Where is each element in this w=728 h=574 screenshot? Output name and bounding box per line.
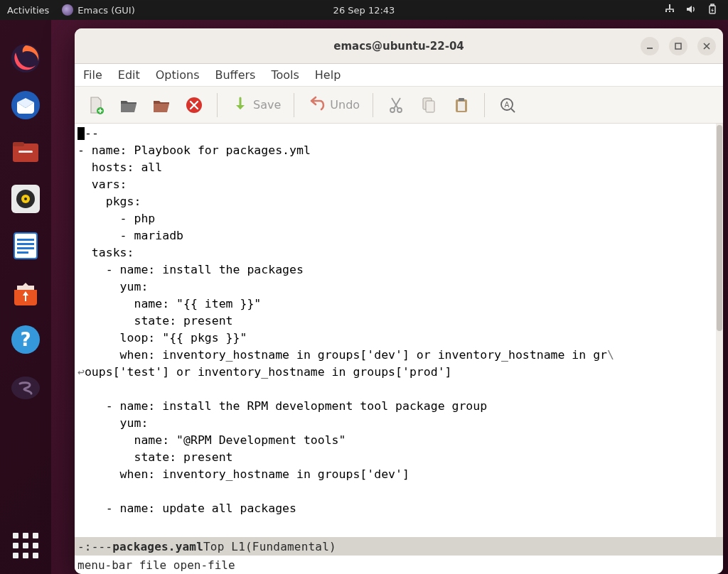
svg-rect-11 — [18, 151, 33, 153]
svg-text:?: ? — [20, 329, 31, 350]
menu-options[interactable]: Options — [156, 68, 200, 82]
menu-edit[interactable]: Edit — [118, 68, 140, 82]
tool-open-folder[interactable] — [114, 92, 143, 118]
svg-rect-0 — [669, 4, 670, 6]
modeline-mode: (Fundamental) — [245, 540, 336, 553]
dock-files[interactable] — [7, 134, 44, 170]
window-titlebar[interactable]: emacs@ubuntu-22-04 — [75, 28, 723, 64]
toolbar-separator — [484, 93, 485, 117]
dock-software[interactable] — [7, 274, 44, 311]
dock-libreoffice-writer[interactable] — [7, 227, 44, 264]
svg-rect-20 — [17, 251, 28, 254]
tool-undo[interactable]: Undo — [303, 92, 364, 118]
appmenu-label: Emacs (GUI) — [77, 5, 134, 16]
emacs-minibuffer[interactable]: menu-bar file open-file — [75, 556, 723, 574]
menu-buffers[interactable]: Buffers — [215, 68, 256, 82]
svg-rect-10 — [13, 142, 24, 146]
svg-rect-6 — [711, 4, 714, 6]
menu-help[interactable]: Help — [315, 68, 341, 82]
ubuntu-dock: ? — [0, 20, 51, 574]
buffer-text[interactable]: -- - name: Playbook for packages.yml hos… — [75, 124, 716, 537]
activities-button[interactable]: Activities — [7, 5, 49, 16]
menu-file[interactable]: File — [83, 68, 102, 82]
svg-text:A: A — [505, 101, 510, 109]
modeline-filename: packages.yaml — [112, 540, 203, 553]
appmenu-button[interactable]: Emacs (GUI) — [62, 4, 134, 16]
svg-rect-17 — [17, 239, 34, 241]
svg-rect-33 — [458, 102, 465, 111]
svg-rect-25 — [675, 43, 681, 49]
minimize-button[interactable] — [641, 37, 659, 55]
scrollbar-thumb[interactable] — [717, 125, 722, 331]
tool-new-file[interactable] — [82, 92, 110, 118]
close-button[interactable] — [697, 37, 716, 55]
modeline-state: -:--- — [77, 540, 112, 553]
tool-cut[interactable] — [382, 92, 410, 118]
menu-tools[interactable]: Tools — [271, 68, 299, 82]
svg-rect-18 — [17, 243, 34, 245]
modeline-position: Top L1 — [203, 540, 245, 553]
svg-rect-24 — [647, 48, 653, 49]
dock-firefox[interactable] — [7, 40, 44, 77]
dock-help[interactable]: ? — [7, 321, 44, 358]
emacs-menubar: File Edit Options Buffers Tools Help — [75, 64, 723, 87]
tool-undo-label: Undo — [330, 98, 360, 112]
clock[interactable]: 26 Sep 12:43 — [333, 5, 395, 16]
dock-emacs[interactable] — [7, 368, 44, 405]
svg-rect-34 — [459, 98, 464, 101]
tool-close[interactable] — [180, 92, 208, 118]
svg-point-15 — [24, 197, 27, 200]
toolbar-separator — [373, 93, 373, 117]
battery-icon[interactable] — [707, 4, 718, 17]
emacs-modeline[interactable]: -:--- packages.yaml Top L1 (Fundamental) — [75, 537, 723, 556]
editor-area[interactable]: -- - name: Playbook for packages.yml hos… — [75, 124, 723, 537]
emacs-icon — [62, 4, 73, 16]
window-title: emacs@ubuntu-22-04 — [333, 40, 464, 53]
tool-search[interactable]: A — [493, 92, 522, 118]
tool-paste[interactable] — [447, 92, 476, 118]
show-applications-button[interactable] — [9, 529, 43, 563]
dock-rhythmbox[interactable] — [7, 180, 44, 217]
tool-copy[interactable] — [414, 92, 443, 118]
emacs-toolbar: Save Undo A — [75, 87, 723, 124]
tool-recent[interactable] — [147, 92, 176, 118]
svg-rect-4 — [669, 11, 670, 12]
volume-icon[interactable] — [685, 4, 697, 17]
tool-save[interactable]: Save — [226, 92, 285, 118]
dock-thunderbird[interactable] — [7, 87, 44, 124]
toolbar-separator — [217, 93, 218, 117]
toolbar-separator — [294, 93, 294, 117]
tool-save-label: Save — [253, 98, 281, 112]
maximize-button[interactable] — [669, 37, 687, 55]
svg-rect-19 — [17, 247, 34, 249]
svg-rect-16 — [14, 233, 37, 259]
vertical-scrollbar[interactable] — [716, 124, 723, 537]
network-icon[interactable] — [664, 4, 675, 17]
emacs-window: emacs@ubuntu-22-04 File Edit Options Buf… — [75, 28, 723, 574]
minibuffer-text: menu-bar file open-file — [77, 558, 235, 572]
gnome-top-bar: Activities Emacs (GUI) 26 Sep 12:43 — [0, 0, 728, 20]
svg-rect-31 — [426, 101, 434, 112]
